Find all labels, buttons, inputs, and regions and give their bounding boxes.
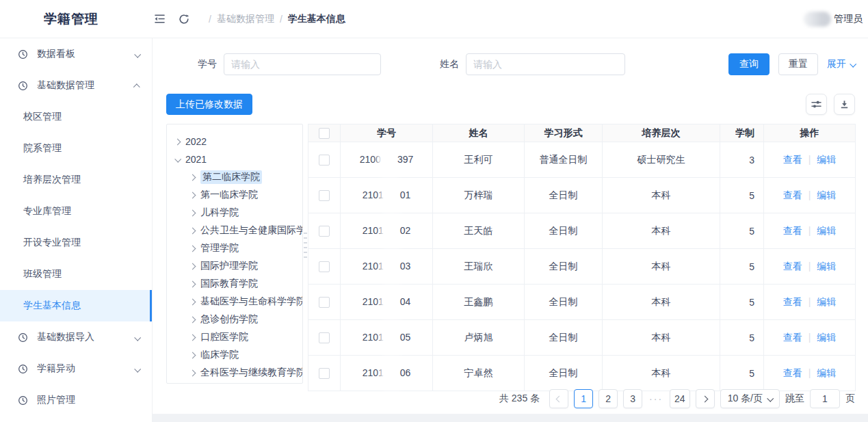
sidebar-item-major-library[interactable]: 专业库管理	[0, 196, 152, 227]
tree-node-year[interactable]: 2021	[175, 150, 298, 168]
sidebar-item-class[interactable]: 班级管理	[0, 259, 152, 290]
schooling-years: 5	[720, 285, 764, 320]
edit-link[interactable]: 编辑	[817, 296, 836, 307]
tree-node-college[interactable]: 管理学院	[175, 239, 298, 257]
prev-page-button[interactable]	[549, 389, 568, 408]
query-button[interactable]: 查询	[728, 53, 770, 75]
page-button-1[interactable]: 1	[574, 389, 593, 408]
tree-node-college[interactable]: 国际护理学院	[175, 257, 298, 275]
tree-node-label: 国际教育学院	[200, 278, 258, 290]
row-checkbox[interactable]	[319, 155, 330, 166]
row-checkbox[interactable]	[319, 261, 330, 272]
view-link[interactable]: 查看	[783, 296, 802, 307]
page-size-select[interactable]: 10 条/页	[720, 389, 780, 408]
name-input[interactable]	[466, 53, 625, 75]
page-button-2[interactable]: 2	[599, 389, 618, 408]
study-form: 全日制	[525, 249, 603, 285]
breadcrumb-current: 学生基本信息	[288, 13, 345, 25]
action-divider: |	[808, 154, 811, 165]
row-checkbox[interactable]	[319, 368, 330, 379]
edit-link[interactable]: 编辑	[817, 225, 836, 236]
student-id: 05	[400, 331, 411, 342]
edit-link[interactable]: 编辑	[817, 367, 836, 378]
tree-node-college[interactable]: 第二临床学院	[175, 168, 298, 186]
caret-right-icon[interactable]	[189, 245, 196, 252]
tree-node-college[interactable]: 临床学院	[175, 346, 298, 364]
redacted-id-segment	[384, 362, 399, 385]
caret-right-icon[interactable]	[174, 138, 181, 145]
download-icon[interactable]	[834, 94, 855, 115]
view-link[interactable]: 查看	[783, 189, 802, 200]
menu-fold-icon[interactable]	[153, 12, 166, 26]
view-link[interactable]: 查看	[783, 367, 802, 378]
tree-node-college[interactable]: 公共卫生与全健康国际学院	[175, 222, 298, 239]
edit-link[interactable]: 编辑	[817, 261, 836, 272]
sidebar-item-student-info[interactable]: 学生基本信息	[0, 290, 152, 321]
tree-node-college[interactable]: 全科医学与继续教育学院	[175, 364, 298, 382]
edit-link[interactable]: 编辑	[817, 154, 836, 165]
caret-right-icon[interactable]	[189, 298, 196, 305]
edit-link[interactable]: 编辑	[817, 189, 836, 200]
view-link[interactable]: 查看	[783, 154, 802, 165]
tree-node-college[interactable]: 口腔医学院	[175, 328, 298, 346]
student-id: 2101	[363, 295, 384, 306]
upload-modified-data-button[interactable]: 上传已修改数据	[166, 94, 252, 115]
redacted-id-segment	[384, 220, 399, 243]
breadcrumb-section[interactable]: 基础数据管理	[217, 13, 274, 25]
caret-right-icon[interactable]	[189, 227, 196, 234]
sidebar-item-campus[interactable]: 校区管理	[0, 101, 152, 133]
page-button-last[interactable]: 24	[670, 389, 690, 408]
tree-node-college[interactable]: 国际教育学院	[175, 275, 298, 293]
student-id: 2101	[363, 331, 384, 342]
view-link[interactable]: 查看	[783, 261, 802, 272]
caret-right-icon[interactable]	[189, 280, 196, 287]
caret-right-icon[interactable]	[189, 334, 196, 341]
tree-node-college[interactable]: 基础医学与生命科学学院	[175, 293, 298, 311]
panel-resize-grip[interactable]	[303, 124, 308, 384]
jump-page-input[interactable]	[810, 389, 840, 408]
user-name[interactable]: 管理员	[834, 13, 863, 25]
page-button-3[interactable]: 3	[623, 389, 642, 408]
student-id: 2100	[360, 153, 381, 164]
sidebar-item-level[interactable]: 培养层次管理	[0, 164, 152, 196]
row-checkbox[interactable]	[319, 190, 330, 201]
caret-right-icon[interactable]	[189, 316, 196, 323]
avatar[interactable]	[804, 12, 831, 27]
schooling-years: 5	[720, 178, 764, 213]
row-checkbox[interactable]	[319, 297, 330, 308]
caret-down-icon[interactable]	[174, 155, 181, 162]
caret-right-icon[interactable]	[189, 352, 196, 358]
student-id-input[interactable]	[224, 53, 381, 75]
table-row: 210101 万梓瑞 全日制 本科 5 查看|编辑	[308, 178, 856, 213]
row-checkbox[interactable]	[319, 332, 330, 343]
sidebar-item-import[interactable]: 基础数据导入	[0, 321, 152, 353]
sidebar-item-major-offered[interactable]: 开设专业管理	[0, 227, 152, 259]
tree-node-college[interactable]: 急诊创伤学院	[175, 311, 298, 328]
view-link[interactable]: 查看	[783, 225, 802, 236]
select-all-checkbox[interactable]	[319, 128, 330, 139]
tree-node-college[interactable]: 儿科学院	[175, 204, 298, 222]
edit-link[interactable]: 编辑	[817, 332, 836, 343]
column-settings-icon[interactable]	[806, 94, 827, 115]
caret-right-icon[interactable]	[189, 369, 196, 376]
tree-node-year[interactable]: 2022	[175, 133, 298, 150]
row-checkbox[interactable]	[319, 226, 330, 237]
tree-node-college[interactable]: 第一临床学院	[175, 186, 298, 204]
refresh-icon[interactable]	[177, 12, 191, 26]
caret-right-icon[interactable]	[189, 174, 196, 181]
tree-node-college[interactable]: 热带医学院	[175, 382, 298, 384]
sidebar-item-dashboard[interactable]: 数据看板	[0, 38, 152, 70]
caret-right-icon[interactable]	[189, 263, 196, 269]
expand-toggle[interactable]: 展开	[827, 58, 855, 70]
sidebar-item-faculty[interactable]: 院系管理	[0, 133, 152, 164]
view-link[interactable]: 查看	[783, 332, 802, 343]
top-header: 学籍管理 / 基础数据管理 / 学生基本信息 管理员	[0, 0, 868, 38]
next-page-button[interactable]	[696, 389, 715, 408]
sidebar-item-photo[interactable]: 照片管理	[0, 384, 152, 416]
reset-button[interactable]: 重置	[778, 53, 818, 75]
sidebar-item-status-change[interactable]: 学籍异动	[0, 353, 152, 384]
caret-right-icon[interactable]	[189, 192, 196, 198]
sidebar-item-base-data[interactable]: 基础数据管理	[0, 70, 152, 101]
student-name: 王利可	[433, 142, 525, 178]
caret-right-icon[interactable]	[189, 209, 196, 216]
